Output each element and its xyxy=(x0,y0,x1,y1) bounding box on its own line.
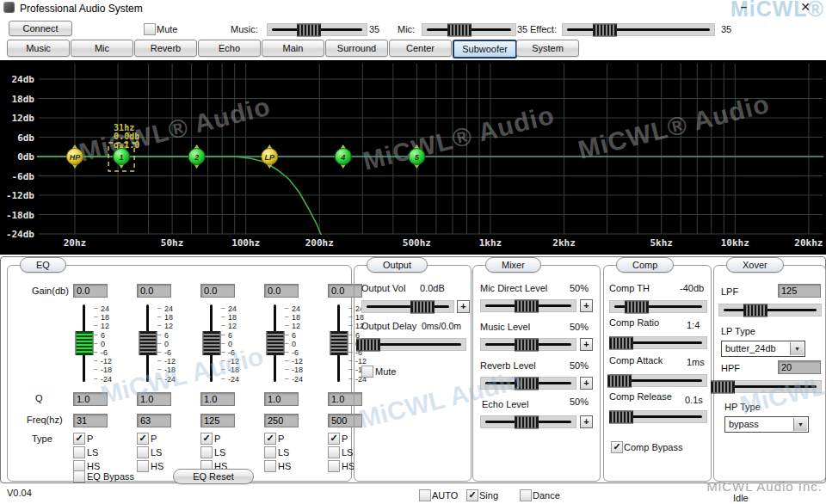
minimize-icon[interactable]: – xyxy=(741,1,747,13)
tab-subwoofer[interactable]: Subwoofer xyxy=(453,40,517,58)
tab-music[interactable]: Music xyxy=(7,40,70,57)
connect-button[interactable]: Connect xyxy=(9,21,72,36)
reverb-level-slider[interactable] xyxy=(480,377,576,390)
eq-type-ls-checkbox[interactable] xyxy=(200,446,213,458)
eq-point-LP[interactable]: LP xyxy=(262,144,278,169)
eq-freq-input[interactable]: 250 xyxy=(264,414,299,427)
eq-type-p-checkbox[interactable]: ✓ xyxy=(328,433,340,445)
eq-point-2[interactable]: 2 xyxy=(188,144,205,169)
output-vol-slider[interactable] xyxy=(361,300,454,313)
eq-gain-slider-handle[interactable] xyxy=(139,331,157,355)
mic-direct-level-handle[interactable] xyxy=(515,299,539,312)
eq-gain-slider[interactable] xyxy=(80,304,89,383)
eq-q-input[interactable]: 1.0 xyxy=(200,392,235,406)
tab-echo[interactable]: Echo xyxy=(198,40,261,57)
chevron-down-icon[interactable]: ▼ xyxy=(793,418,807,431)
hp-type-dropdown[interactable]: bypass ▼ xyxy=(724,416,809,433)
eq-freq-input[interactable]: 63 xyxy=(137,414,171,427)
eq-type-ls-checkbox[interactable] xyxy=(137,446,149,458)
music-level-handle[interactable] xyxy=(515,338,539,351)
tab-surround[interactable]: Surround xyxy=(325,40,388,57)
echo-level-slider[interactable] xyxy=(480,415,576,428)
tab-mic[interactable]: Mic xyxy=(71,40,133,57)
comp-release-slider[interactable] xyxy=(609,410,707,423)
eq-type-p-checkbox[interactable]: ✓ xyxy=(137,433,149,445)
mic-direct-plus-button[interactable]: + xyxy=(580,299,593,312)
reverb-level-handle[interactable] xyxy=(515,377,539,390)
eq-type-ls-checkbox[interactable] xyxy=(73,446,85,458)
eq-gain-slider-handle[interactable] xyxy=(330,331,348,355)
eq-gain-slider-handle[interactable] xyxy=(76,331,94,355)
effect-slider[interactable] xyxy=(562,23,715,36)
music-level-plus-button[interactable]: + xyxy=(580,338,593,351)
lp-type-dropdown[interactable]: butter_24db ▼ xyxy=(721,341,805,357)
eq-gain-slider-handle[interactable] xyxy=(267,331,285,355)
output-delay-slider-handle[interactable] xyxy=(356,338,380,351)
eq-response-graph[interactable]: 24db18db12db6db0db-6db-12db-18db-24db20h… xyxy=(0,60,826,255)
tab-center[interactable]: Center xyxy=(389,40,452,57)
tab-system[interactable]: System xyxy=(516,40,579,57)
eq-gain-input[interactable]: 0.0 xyxy=(137,284,171,298)
eq-bypass-checkbox[interactable] xyxy=(73,470,85,482)
output-vol-plus-button[interactable]: + xyxy=(457,300,470,313)
close-icon[interactable]: ✕ xyxy=(800,1,811,13)
comp-attack-handle[interactable] xyxy=(607,374,632,387)
dance-checkbox[interactable] xyxy=(520,489,532,501)
echo-level-handle[interactable] xyxy=(515,415,539,428)
mic-slider-handle[interactable] xyxy=(447,23,472,36)
lpf-slider-handle[interactable] xyxy=(743,304,767,317)
eq-type-hs-checkbox[interactable] xyxy=(137,460,149,472)
output-delay-slider[interactable] xyxy=(361,338,466,351)
hpf-input[interactable]: 20 xyxy=(778,360,821,374)
mic-slider[interactable] xyxy=(422,23,516,36)
eq-q-input[interactable]: 1.0 xyxy=(264,392,299,406)
eq-gain-input[interactable]: 0.0 xyxy=(200,284,235,298)
eq-point-4[interactable]: 4 xyxy=(335,144,351,169)
effect-slider-handle[interactable] xyxy=(593,23,617,36)
sing-checkbox[interactable]: ✓ xyxy=(466,489,478,501)
eq-type-ls-checkbox[interactable] xyxy=(264,446,276,458)
comp-bypass-checkbox[interactable]: ✓ xyxy=(611,441,623,453)
tab-main[interactable]: Main xyxy=(262,40,324,57)
music-slider-handle[interactable] xyxy=(297,23,321,36)
eq-gain-slider-handle[interactable] xyxy=(203,331,221,355)
tab-reverb[interactable]: Reverb xyxy=(134,40,197,57)
comp-ratio-slider[interactable] xyxy=(609,336,707,349)
eq-gain-slider[interactable] xyxy=(144,304,152,383)
eq-gain-slider[interactable] xyxy=(335,304,343,383)
hpf-slider[interactable] xyxy=(717,380,822,393)
eq-q-input[interactable]: 1.0 xyxy=(73,392,108,406)
comp-release-handle[interactable] xyxy=(609,410,633,423)
comp-th-slider[interactable] xyxy=(609,300,707,313)
eq-gain-input[interactable]: 0.0 xyxy=(264,284,299,298)
comp-ratio-handle[interactable] xyxy=(609,336,633,349)
mic-direct-level-slider[interactable] xyxy=(480,299,576,312)
echo-level-plus-button[interactable]: + xyxy=(580,415,593,428)
eq-freq-input[interactable]: 125 xyxy=(200,414,235,427)
eq-type-p-checkbox[interactable]: ✓ xyxy=(264,433,276,445)
chevron-down-icon[interactable]: ▼ xyxy=(790,342,804,355)
lpf-input[interactable]: 125 xyxy=(778,284,821,298)
eq-freq-input[interactable]: 31 xyxy=(73,414,108,427)
eq-type-ls-checkbox[interactable] xyxy=(328,446,340,458)
music-slider[interactable] xyxy=(267,23,367,36)
eq-gain-slider[interactable] xyxy=(271,304,280,383)
eq-type-hs-checkbox[interactable] xyxy=(264,460,276,472)
output-mute-checkbox[interactable] xyxy=(361,366,373,378)
reverb-level-plus-button[interactable]: + xyxy=(580,377,593,390)
music-level-slider[interactable] xyxy=(480,338,576,351)
eq-type-p-checkbox[interactable]: ✓ xyxy=(73,433,85,445)
comp-attack-slider[interactable] xyxy=(609,374,707,387)
hpf-slider-handle[interactable] xyxy=(711,380,735,393)
eq-gain-input[interactable]: 0.0 xyxy=(73,284,108,298)
auto-checkbox[interactable] xyxy=(419,489,431,501)
effect-slider-label: Effect: xyxy=(530,24,557,34)
eq-type-p-checkbox[interactable]: ✓ xyxy=(200,433,213,445)
mute-checkbox[interactable] xyxy=(144,23,156,35)
eq-q-input[interactable]: 1.0 xyxy=(137,392,171,406)
eq-gain-slider[interactable] xyxy=(207,304,216,383)
comp-th-handle[interactable] xyxy=(625,300,649,313)
eq-type-hs-checkbox[interactable] xyxy=(328,460,340,472)
output-vol-slider-handle[interactable] xyxy=(410,300,435,313)
lpf-slider[interactable] xyxy=(718,304,822,317)
